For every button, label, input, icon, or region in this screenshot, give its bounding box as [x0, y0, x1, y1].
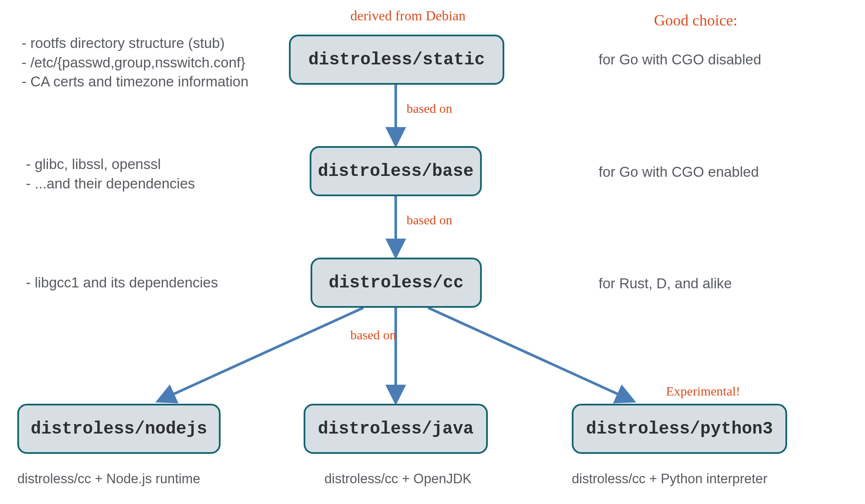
annotation-based-on-2: based on	[407, 213, 452, 227]
arrow-cc-to-python3	[428, 308, 631, 400]
node-python3: distroless/python3	[572, 404, 787, 454]
java-caption: distroless/cc + OpenJDK	[324, 471, 471, 487]
annotation-based-on-3: based on	[350, 328, 396, 342]
node-static: distroless/static	[289, 35, 504, 85]
cc-right-desc: for Rust, D, and alike	[599, 274, 732, 293]
nodejs-caption: distroless/cc + Node.js runtime	[17, 471, 200, 487]
python3-caption: distroless/cc + Python interpreter	[572, 471, 767, 487]
base-left-desc: - glibc, libssl, openssl - ...and their …	[26, 155, 195, 193]
node-java: distroless/java	[304, 404, 488, 454]
annotation-experimental: Experimental!	[666, 384, 740, 399]
static-left-desc: - rootfs directory structure (stub) - /e…	[22, 34, 249, 92]
static-right-desc: for Go with CGO disabled	[599, 50, 761, 70]
base-right-desc: for Go with CGO enabled	[599, 163, 759, 182]
node-java-label: distroless/java	[318, 419, 474, 439]
cc-left-desc: - libgcc1 and its dependencies	[26, 273, 218, 293]
node-nodejs: distroless/nodejs	[17, 404, 221, 454]
annotation-good-choice: Good choice:	[654, 11, 737, 29]
annotation-based-on-1: based on	[407, 101, 452, 116]
node-static-label: distroless/static	[308, 50, 485, 70]
node-base: distroless/base	[310, 146, 482, 196]
node-cc-label: distroless/cc	[329, 273, 464, 293]
node-base-label: distroless/base	[318, 162, 474, 181]
node-cc: distroless/cc	[311, 258, 482, 308]
annotation-derived-from: derived from Debian	[350, 8, 466, 24]
node-python3-label: distroless/python3	[586, 419, 773, 439]
arrow-cc-to-nodejs	[160, 308, 363, 400]
node-nodejs-label: distroless/nodejs	[31, 419, 207, 439]
